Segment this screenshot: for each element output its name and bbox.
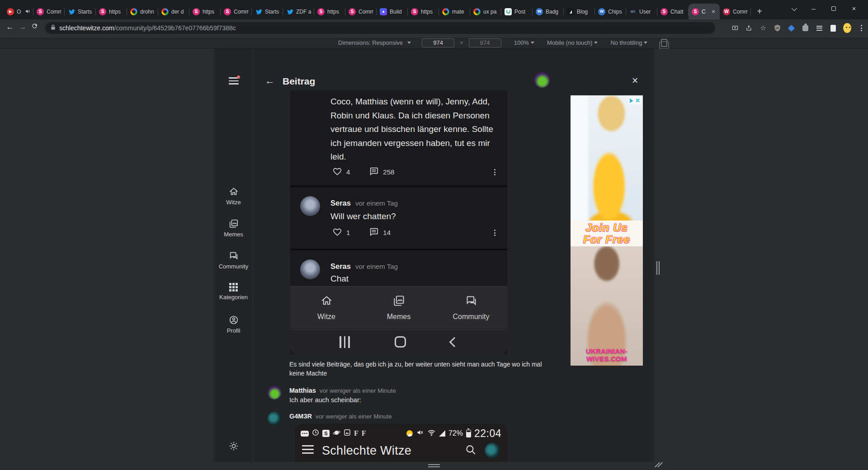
browser-tab[interactable]: SComm xyxy=(33,4,65,19)
dimensions-separator: × xyxy=(460,39,463,46)
browser-tab[interactable]: Starts xyxy=(65,4,96,19)
reload-button[interactable] xyxy=(29,23,40,32)
url-path: /community/p/64529b767e07766b59f7388c xyxy=(114,24,236,32)
browser-tab[interactable]: Shttps xyxy=(189,4,221,19)
blog-favicon xyxy=(567,8,574,15)
minimize-button[interactable]: – xyxy=(807,5,821,12)
commenter-avatar[interactable] xyxy=(268,386,281,400)
device-mode-select[interactable]: Mobile (no touch) xyxy=(547,39,598,46)
dimensions-select[interactable]: Dimensions: Responsive xyxy=(338,39,403,46)
browser-tab[interactable]: mate xyxy=(439,4,470,19)
theme-toggle-sun-icon[interactable] xyxy=(229,441,239,453)
browser-tab[interactable]: Starts xyxy=(252,4,283,19)
browser-tab[interactable]: Shttps xyxy=(96,4,127,19)
comment-icon[interactable] xyxy=(369,166,379,178)
sidebar-item-witze[interactable]: Witze xyxy=(214,187,253,219)
profile-avatar[interactable] xyxy=(843,24,851,32)
close-window-button[interactable]: × xyxy=(847,5,861,12)
wifi-icon xyxy=(427,429,436,438)
sidebar-item-memes[interactable]: Memes xyxy=(214,219,253,251)
browser-tab[interactable]: der d xyxy=(158,4,189,19)
new-tab-button[interactable]: + xyxy=(753,5,766,18)
heart-icon[interactable] xyxy=(332,166,342,178)
address-bar[interactable]: schlechtewitze.com/community/p/64529b767… xyxy=(45,22,715,34)
comment-icon[interactable] xyxy=(369,227,379,238)
tab-audio-icon[interactable] xyxy=(25,8,30,16)
ad-cta-text: Join Us xyxy=(585,222,628,233)
phone-app-header: Schlechte Witze xyxy=(302,443,500,458)
share-icon[interactable] xyxy=(745,24,753,32)
reply-count: 14 xyxy=(383,229,391,236)
browser-tab[interactable]: Post xyxy=(501,4,533,19)
viewport-height-input[interactable]: 874 xyxy=(469,38,501,47)
browser-tab[interactable]: uxUser xyxy=(626,4,657,19)
browser-tab-audio[interactable]: ▶ O xyxy=(4,4,33,19)
tab-title: Build xyxy=(390,9,405,15)
adchoices-icon[interactable] xyxy=(630,99,633,103)
back-arrow-button[interactable]: ← xyxy=(265,75,275,87)
viewport-resize-handle-bottom[interactable] xyxy=(428,464,440,467)
browser-tab[interactable]: WBadg xyxy=(533,4,564,19)
install-app-icon[interactable] xyxy=(731,24,739,32)
ad-close-icon[interactable]: ✕ xyxy=(635,97,640,104)
comment-author[interactable]: Seras xyxy=(330,262,351,270)
sidebar-item-community[interactable]: Community xyxy=(214,251,253,283)
menu-hamburger-icon[interactable] xyxy=(229,77,239,86)
comment-author[interactable]: Seras xyxy=(330,199,351,207)
commenter-avatar[interactable] xyxy=(268,412,281,425)
browser-tab[interactable]: Shttps xyxy=(408,4,439,19)
tab-search-chevron-icon[interactable] xyxy=(787,5,800,12)
browser-tab[interactable]: WChips xyxy=(595,4,626,19)
restore-button[interactable] xyxy=(827,5,840,12)
browser-tab[interactable]: ux pa xyxy=(470,4,501,19)
extensions-puzzle-icon[interactable] xyxy=(801,24,809,32)
sidepanel-extension-icon[interactable] xyxy=(829,24,837,32)
playlist-extension-icon[interactable] xyxy=(815,24,823,32)
comment-author[interactable]: G4M3R xyxy=(289,413,312,420)
heart-icon[interactable] xyxy=(332,227,342,238)
throttling-select[interactable]: No throttling xyxy=(610,39,647,46)
browser-tab[interactable]: ZDF a xyxy=(283,4,314,19)
bookmark-star-icon[interactable]: ☆ xyxy=(759,24,767,32)
browser-tab[interactable]: SComm xyxy=(221,4,252,19)
tab-title: Starts xyxy=(78,9,93,15)
forward-button[interactable]: → xyxy=(17,23,28,32)
devtools-page-area: Witze Memes Community Kategorien Profil xyxy=(0,49,868,470)
close-post-button[interactable]: × xyxy=(632,75,638,87)
sidebar-item-kategorien[interactable]: Kategorien xyxy=(214,283,253,315)
browser-tab[interactable]: drohn xyxy=(127,4,158,19)
viewport-resize-handle-corner[interactable] xyxy=(655,461,663,470)
rotate-viewport-icon[interactable] xyxy=(661,39,667,47)
sidebar-item-profil[interactable]: Profil xyxy=(214,315,253,347)
back-button[interactable]: ← xyxy=(5,23,15,32)
browser-tab-active[interactable]: SC× xyxy=(689,4,720,19)
viewport-resize-handle-right[interactable] xyxy=(656,261,660,275)
device-viewport: Witze Memes Community Kategorien Profil xyxy=(214,49,654,462)
comment-menu-icon[interactable] xyxy=(494,230,495,236)
comment-author[interactable]: Matthias xyxy=(289,387,316,394)
tab-title: https xyxy=(203,9,217,15)
ad-banner[interactable]: Join Us For Free UKRAINIAN-WIVES.COM ✕ xyxy=(571,95,643,366)
browser-tab[interactable]: SChatt xyxy=(657,4,689,19)
post-menu-icon[interactable] xyxy=(494,169,495,175)
browser-menu-icon[interactable] xyxy=(857,24,865,32)
commenter-avatar[interactable] xyxy=(300,196,320,216)
grid-icon xyxy=(229,283,238,291)
viewport-width-input[interactable]: 974 xyxy=(422,38,454,47)
flipboard-notification-icon: F xyxy=(362,429,366,437)
phone-bottom-nav: Witze Memes Community xyxy=(290,286,507,329)
browser-tab[interactable]: ▲Build xyxy=(377,4,408,19)
browser-tab[interactable]: Shttps xyxy=(314,4,345,19)
tab-title: Blog xyxy=(577,9,592,15)
ublock-extension-icon[interactable]: uO xyxy=(773,24,781,32)
user-avatar[interactable] xyxy=(534,72,550,88)
chat-icon xyxy=(229,251,239,261)
zoom-select[interactable]: 100% xyxy=(514,39,534,46)
browser-tab[interactable]: SComm xyxy=(345,4,377,19)
blue-extension-icon[interactable] xyxy=(787,24,795,32)
tab-close-icon[interactable]: × xyxy=(710,8,717,15)
commenter-avatar[interactable] xyxy=(300,259,320,279)
tab-title: Chips xyxy=(608,9,623,15)
browser-tab[interactable]: Blog xyxy=(564,4,595,19)
browser-tab[interactable]: WComm xyxy=(720,4,751,19)
